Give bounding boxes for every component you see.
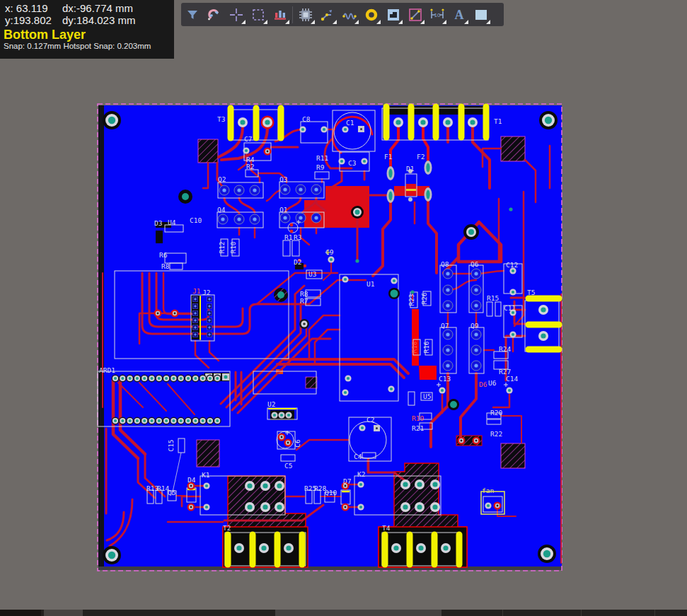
designator-Q8: Q8: [441, 260, 449, 268]
designator-F1: F1: [384, 153, 393, 161]
cursor-dx: dx:-96.774 mm: [62, 2, 133, 14]
designator-C8: C8: [302, 115, 311, 123]
coordinate-status-panel: x: 63.119 dx:-96.774 mm y:193.802 dy:184…: [0, 0, 174, 59]
drawing-toolbar: 10 A: [181, 3, 504, 26]
designator-D4: D4: [187, 476, 196, 484]
taskbar-divider: [581, 610, 582, 616]
designator-K2: K2: [357, 470, 365, 478]
designator-U1: U1: [366, 280, 375, 288]
designator-R20: R20: [490, 409, 502, 417]
designator-C6: C6: [294, 439, 301, 448]
designator-Q7: Q7: [441, 322, 449, 330]
designator-T4: T4: [382, 524, 391, 532]
designator-Q9: Q9: [470, 322, 479, 330]
svg-text:10: 10: [434, 12, 440, 18]
cursor-x: x: 63.119: [5, 2, 48, 14]
place-dimension-icon[interactable]: 10: [426, 4, 448, 25]
taskbar-segment[interactable]: [275, 610, 441, 616]
filter-icon[interactable]: [181, 4, 203, 25]
diode-stripe: [406, 189, 416, 191]
designator-Q10: Q10: [325, 489, 337, 496]
taskbar-divider: [502, 610, 503, 616]
taskbar-segment[interactable]: [44, 610, 83, 616]
place-line-icon[interactable]: [404, 4, 426, 25]
designator-C12: C12: [506, 261, 518, 269]
designator-D3: D3: [154, 219, 162, 227]
designator-C13: C13: [439, 375, 451, 383]
designator-C3: C3: [348, 159, 356, 167]
cursor-y: y:193.802: [5, 14, 52, 26]
designator-T1: T1: [494, 117, 502, 125]
designator-R23: R23: [408, 294, 415, 306]
designator-R24: R24: [499, 345, 511, 353]
designator-R22: R22: [490, 430, 502, 438]
pcb-canvas[interactable]: T3C7R4R2C8C1T1F1F2D1C3R11R9Q2Q3Q4Q1D3U4C…: [97, 103, 562, 571]
place-region-icon[interactable]: [382, 4, 404, 25]
designator-C4: C4: [354, 453, 362, 460]
designator-D1: D1: [406, 165, 415, 173]
designator-R11: R11: [316, 154, 328, 162]
designator-C11: C11: [504, 304, 516, 312]
taskbar-divider: [654, 610, 655, 616]
designator-C2: C2: [366, 416, 374, 424]
designator-R9: R9: [316, 163, 325, 171]
designator-R10: R10: [229, 241, 237, 253]
designator-D7: D7: [343, 477, 351, 485]
active-layer-label: Bottom Layer: [0, 28, 174, 42]
place-component-icon[interactable]: [294, 4, 316, 25]
designator-T3: T3: [217, 115, 225, 123]
designator-R12: R12: [218, 241, 226, 253]
designator-U3: U3: [308, 270, 316, 278]
cursor-dy: dy:184.023 mm: [62, 14, 135, 26]
designator-C9: C9: [325, 248, 334, 256]
designator-C14: C14: [506, 375, 518, 383]
designator-D6: D6: [479, 380, 487, 388]
place-pad-array-icon[interactable]: [269, 4, 291, 25]
designator-K1: K1: [202, 471, 210, 479]
designator-fan: fan: [482, 487, 494, 494]
route-track-icon[interactable]: [316, 4, 338, 25]
place-text-icon[interactable]: A: [448, 4, 470, 25]
origin-crosshair-icon[interactable]: [225, 4, 247, 25]
designator-C10: C10: [190, 216, 202, 224]
designator-R6: R6: [159, 251, 168, 259]
designator-R15: R15: [487, 294, 499, 302]
designator-R7: R7: [300, 297, 308, 305]
snap-settings-label: Snap: 0.127mm Hotspot Snap: 0.203mm: [0, 42, 174, 50]
designator-U2: U2: [267, 400, 275, 408]
designator-Q3: Q3: [279, 175, 287, 183]
pcb-editor-window: { "status_panel": { "x_label": "x: 63.11…: [0, 0, 687, 616]
designator-R14: R14: [157, 484, 169, 492]
designator-R19: R19: [412, 414, 424, 422]
place-via-icon[interactable]: [360, 4, 382, 25]
designator-C15: C15: [167, 439, 175, 451]
designator-R8: R8: [161, 262, 170, 270]
designator-T5: T5: [527, 289, 535, 296]
place-fill-icon[interactable]: [470, 4, 492, 25]
designator-R26: R26: [420, 292, 428, 304]
designator-Q6: Q6: [470, 260, 479, 268]
designator-R21: R21: [412, 424, 424, 432]
toolbar-separator: [292, 6, 293, 23]
designator-Q4: Q4: [217, 206, 226, 214]
taskbar: [0, 610, 687, 616]
designator-U5: U5: [423, 393, 431, 400]
designator-C1: C1: [346, 119, 354, 127]
svg-text:A: A: [454, 8, 463, 22]
taskbar-segment[interactable]: [0, 610, 41, 616]
select-area-icon[interactable]: [247, 4, 269, 25]
designator-C5: C5: [284, 462, 292, 470]
route-differential-icon[interactable]: [338, 4, 360, 25]
designator-R16: R16: [422, 341, 430, 353]
designator-D2: D2: [294, 258, 301, 266]
designator-J2: J2: [202, 289, 210, 296]
designator-ARD1: ARD1: [99, 366, 115, 374]
designator-R18: R18: [410, 341, 418, 353]
designator-F2: F2: [417, 153, 425, 161]
designator-J1: J1: [192, 287, 201, 295]
designator-R3: R3: [294, 233, 301, 241]
designator-U6: U6: [488, 379, 497, 387]
snap-magnet-icon[interactable]: [203, 4, 225, 25]
designator-Q1: Q1: [279, 206, 288, 214]
designator-U4: U4: [168, 219, 176, 226]
